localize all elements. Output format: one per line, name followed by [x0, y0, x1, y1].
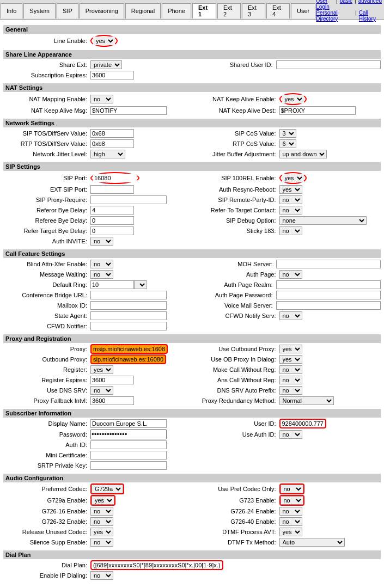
- g726-24-select[interactable]: noyes: [279, 507, 302, 516]
- rtp-cos-select[interactable]: 601: [279, 139, 296, 148]
- tab-ext2[interactable]: Ext 2: [217, 3, 241, 19]
- use-ob-proxy-select[interactable]: yesno: [279, 355, 302, 364]
- cfwd-notifier-input[interactable]: [90, 322, 167, 330]
- g723-enable-select[interactable]: noyes: [281, 496, 303, 505]
- nat-keep-alive-msg-input[interactable]: [90, 106, 167, 115]
- display-name-input[interactable]: [90, 419, 167, 428]
- subscription-expires-input[interactable]: [90, 71, 134, 79]
- nat-mapping-select[interactable]: noyes: [90, 95, 113, 103]
- share-ext-select[interactable]: privateshared: [90, 60, 122, 69]
- referor-bye-input[interactable]: [90, 206, 134, 215]
- sticky-183-select[interactable]: noyes: [279, 226, 302, 235]
- g729a-enable-select[interactable]: yesno: [92, 496, 114, 505]
- sip-proxy-require-input[interactable]: [90, 195, 167, 204]
- register-expires-input[interactable]: [90, 376, 134, 384]
- nat-keep-alive-select[interactable]: yesno: [282, 95, 304, 103]
- use-ob-proxy-label: Use OB Proxy In Dialog:: [192, 356, 279, 363]
- auth-page-select[interactable]: noyes: [279, 270, 302, 279]
- tab-system[interactable]: System: [23, 3, 56, 19]
- jitter-buffer-select[interactable]: up and downup onlydisable: [279, 150, 327, 158]
- tab-info[interactable]: Info: [1, 3, 22, 19]
- blind-xfer-select[interactable]: noyes: [90, 260, 113, 268]
- line-enable-circled: yesno: [90, 35, 118, 47]
- sip-debug-select[interactable]: nonefull: [279, 216, 367, 225]
- referee-bye-label: Referee Bye Delay:: [3, 217, 90, 224]
- cfwd-notify-select[interactable]: noyes: [279, 311, 302, 320]
- silence-supp-select[interactable]: noyes: [90, 538, 113, 547]
- advanced-link[interactable]: advanced: [358, 0, 382, 10]
- refer-to-target-label: Refer-To Target Contact:: [192, 207, 279, 213]
- dtmf-avt-select[interactable]: yesno: [279, 528, 302, 536]
- ext-sip-port-input[interactable]: [90, 185, 134, 194]
- g726-40-select[interactable]: noyes: [279, 517, 302, 526]
- tab-phone[interactable]: Phone: [162, 3, 191, 19]
- password-input[interactable]: [90, 429, 167, 439]
- sip-port-label: SIP Port:: [3, 175, 90, 181]
- moh-server-input[interactable]: [276, 260, 381, 268]
- use-outbound-proxy-select[interactable]: yesno: [279, 345, 302, 353]
- network-jitter-select[interactable]: highmediumlow: [90, 150, 125, 158]
- g726-16-select[interactable]: noyes: [90, 507, 113, 516]
- refer-target-bye-input[interactable]: [90, 226, 134, 235]
- auth-page-realm-input[interactable]: [276, 280, 381, 289]
- g729a-enable-label: G729a Enable:: [3, 497, 90, 504]
- auth-resync-select[interactable]: yesno: [279, 185, 302, 194]
- user-login-link[interactable]: User Login: [316, 0, 334, 10]
- nat-keep-alive-msg-label: NAT Keep Alive Msg:: [3, 107, 90, 114]
- tab-ext4[interactable]: Ext 4: [266, 3, 290, 19]
- preferred-codec-select[interactable]: G729aG711uG711aG723: [92, 485, 123, 493]
- subscriber-section-header: Subscriber Information: [3, 409, 381, 418]
- tab-ext1[interactable]: Ext 1: [192, 3, 216, 19]
- rtp-tos-input[interactable]: [90, 139, 134, 148]
- ans-call-without-reg-select[interactable]: noyes: [279, 376, 302, 384]
- auth-id-input[interactable]: [90, 440, 167, 449]
- disable-ip-select[interactable]: noyes: [90, 571, 113, 580]
- dns-srv-prefix-select[interactable]: noyes: [279, 386, 302, 395]
- tab-sip[interactable]: SIP: [57, 3, 78, 19]
- referee-bye-input[interactable]: [90, 216, 134, 225]
- use-pref-codec-select[interactable]: noyes: [281, 485, 303, 493]
- tab-provisioning[interactable]: Provisioning: [80, 3, 124, 19]
- auth-page-password-input[interactable]: [276, 291, 381, 299]
- tab-ext3[interactable]: Ext 3: [242, 3, 265, 19]
- sip-remote-party-select[interactable]: noyes: [279, 195, 302, 204]
- basic-link[interactable]: basic: [340, 0, 352, 10]
- voice-mail-server-input[interactable]: [276, 301, 381, 310]
- proxy-fallback-input[interactable]: [90, 396, 134, 405]
- make-call-without-reg-select[interactable]: noyes: [279, 365, 302, 374]
- shared-user-id-input[interactable]: [276, 60, 381, 69]
- mailbox-id-input[interactable]: [90, 301, 167, 310]
- g723-enable-circled: noyes: [279, 495, 304, 506]
- auth-invite-select[interactable]: noyes: [90, 237, 113, 246]
- default-ring-input[interactable]: [90, 280, 134, 289]
- refer-to-target-select[interactable]: noyes: [279, 206, 302, 215]
- tab-user[interactable]: User: [291, 3, 315, 19]
- register-label: Register:: [3, 366, 90, 373]
- state-agent-input[interactable]: [90, 311, 167, 320]
- sip-port-input[interactable]: [93, 174, 137, 182]
- register-select[interactable]: yesno: [90, 365, 113, 374]
- dtmf-tx-select[interactable]: AutoAVTINFOInBand: [279, 538, 345, 547]
- conference-bridge-input[interactable]: [90, 291, 167, 299]
- default-ring-select[interactable]: [134, 280, 147, 289]
- call-history-link[interactable]: Call History: [359, 10, 382, 22]
- preferred-codec-label: Preferred Codec:: [3, 486, 90, 492]
- nat-keep-alive-dest-input[interactable]: [279, 106, 356, 115]
- release-unused-select[interactable]: yesno: [90, 528, 113, 536]
- cfwd-notify-label: CFWD Notify Serv:: [192, 313, 279, 319]
- mini-cert-input[interactable]: [90, 451, 167, 460]
- g726-32-select[interactable]: noyes: [90, 517, 113, 526]
- use-auth-id-select[interactable]: noyes: [279, 430, 302, 439]
- sip-100rel-select[interactable]: yesno: [282, 174, 304, 182]
- personal-directory-link[interactable]: Personal Directory: [316, 10, 353, 22]
- message-waiting-select[interactable]: noyes: [90, 270, 113, 279]
- sip-cos-select[interactable]: 3012: [279, 129, 296, 138]
- use-dns-srv-select[interactable]: noyes: [90, 386, 113, 395]
- line-enable-select[interactable]: yesno: [93, 36, 115, 45]
- line-enable-label: Line Enable:: [3, 38, 90, 44]
- srtp-key-input[interactable]: [90, 461, 167, 470]
- outbound-proxy-value: sip.mioficinaweb.es:16080: [90, 354, 166, 364]
- proxy-redundancy-select[interactable]: NormalActiveBackup: [279, 396, 334, 405]
- sip-tos-input[interactable]: [90, 129, 134, 138]
- tab-regional[interactable]: Regional: [125, 3, 161, 19]
